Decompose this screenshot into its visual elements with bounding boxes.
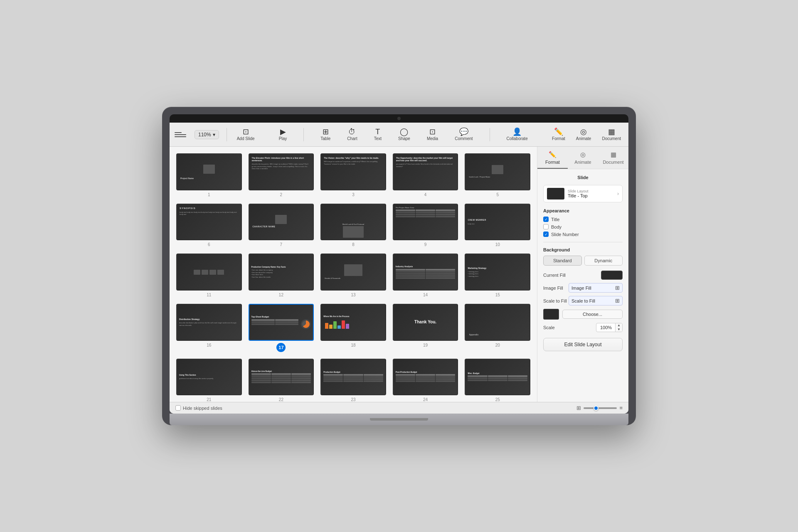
scale-to-fill-select-text: Scale to Fill	[571, 298, 613, 303]
slide-number-10: 10	[495, 242, 500, 247]
slide-thumb-7: CHARACTER NAME	[249, 204, 314, 241]
current-fill-color[interactable]	[601, 271, 623, 280]
slide-number-22: 22	[279, 397, 283, 402]
scale-stepper[interactable]: ▲ ▼	[615, 323, 622, 332]
scale-input[interactable]: 100% ▲ ▼	[596, 323, 623, 332]
slide-number-checkbox-row[interactable]: ✓ Slide Number	[543, 232, 623, 237]
tab-document[interactable]: ▦ Document	[598, 147, 628, 169]
slide-thumb-12: Production Company Name: Key Facts • fac…	[249, 254, 314, 291]
animate-tab-label: Animate	[574, 160, 591, 165]
slide-item-3[interactable]: The Vision: describe "why" your film nee…	[320, 153, 386, 197]
media-icon: ⊡	[429, 128, 436, 135]
slide-item-1[interactable]: Project Name 1	[176, 153, 242, 197]
slide-item-24[interactable]: Post-Production Budget 24	[393, 359, 458, 402]
slide-item-10[interactable]: CREW MEMBER body text 10	[465, 204, 530, 247]
play-button[interactable]: ▶ Play	[276, 126, 289, 143]
body-checkbox[interactable]	[543, 224, 549, 229]
table-button[interactable]: ⊞ Table	[318, 126, 333, 143]
chart-icon: ⏱	[348, 128, 356, 135]
media-button[interactable]: ⊡ Media	[424, 126, 441, 143]
slide-item-7[interactable]: CHARACTER NAME 7	[249, 204, 314, 247]
slide-layout-row[interactable]: Slide Layout Title - Top ›	[543, 185, 623, 202]
slide-item-17[interactable]: Top-Sheet Budget	[249, 304, 314, 352]
slide-item-22[interactable]: Above-the-Line Budget	[249, 359, 314, 402]
slide-item-4[interactable]: The Opportunity: describe the market you…	[393, 153, 458, 197]
toolbar-right: ✏️ Format ◎ Animate ▦ Document	[549, 126, 623, 143]
slide-number-2: 2	[280, 192, 283, 197]
slide-number-21: 21	[207, 397, 211, 402]
media-label: Media	[427, 136, 438, 141]
collaborate-button[interactable]: 👤 Collaborate	[504, 126, 530, 143]
scale-row: Scale 100% ▲ ▼	[543, 323, 623, 332]
tab-format[interactable]: ✏️ Format	[537, 147, 568, 169]
layout-label: Slide Layout	[568, 189, 617, 193]
slide-item-23[interactable]: Production Budget 23	[320, 359, 386, 402]
slide-thumb-4: The Opportunity: describe the market you…	[393, 153, 458, 190]
slide-number-4: 4	[424, 192, 427, 197]
standard-bg-button[interactable]: Standard	[543, 256, 582, 266]
slide-number-7: 7	[280, 242, 283, 247]
tab-animate[interactable]: ◎ Animate	[568, 147, 598, 169]
slide-item-21[interactable]: Using This Section guidance text about u…	[176, 359, 242, 402]
slide-thumb-15: Marketing Strategy • strategy item• stra…	[465, 254, 530, 291]
slide-item-6[interactable]: SYNOPSIS body text body text body text b…	[176, 204, 242, 247]
slide-item-8[interactable]: World Look & Feel Fictional 8	[320, 204, 386, 247]
animate-button[interactable]: ◎ Animate	[574, 126, 594, 143]
slide-item-13[interactable]: Details & Financials 13	[320, 254, 386, 297]
slide-item-9[interactable]: The Project Name Crew 9	[393, 204, 458, 247]
body-checkbox-row[interactable]: Body	[543, 224, 623, 229]
slide-item-14[interactable]: Industry Analysis	[393, 254, 458, 297]
hide-skipped-checkbox[interactable]	[175, 405, 181, 411]
choose-button[interactable]: Choose...	[562, 310, 623, 319]
grid-view-icon[interactable]: ⊞	[576, 405, 581, 411]
scale-up-button[interactable]: ▲	[616, 323, 622, 328]
document-button[interactable]: ▦ Document	[599, 126, 623, 143]
current-fill-label: Current Fill	[543, 273, 566, 278]
shape-button[interactable]: ◯ Shape	[396, 126, 413, 143]
document-tab-label: Document	[603, 160, 623, 165]
add-slide-button[interactable]: ⊡ Add Slide	[234, 126, 257, 143]
slide-number-20: 20	[495, 343, 500, 347]
title-checkbox-row[interactable]: ✓ Title	[543, 217, 623, 222]
slide-item-18[interactable]: Where We Are in the Process	[320, 304, 386, 352]
slide-item-2[interactable]: The Elevator Pitch: introduce your film …	[249, 153, 314, 197]
slide-panel[interactable]: Project Name 1 The Elevator Pitch: intro…	[170, 147, 537, 402]
slide-thumb-6: SYNOPSIS body text body text body text b…	[176, 204, 242, 241]
slide-item-11[interactable]: 11	[176, 254, 242, 297]
play-label: Play	[279, 136, 287, 141]
format-tab-label: Format	[545, 160, 560, 165]
slide-item-25[interactable]: Misc. Budget 25	[465, 359, 530, 402]
list-view-icon[interactable]: ≡	[619, 405, 623, 411]
dynamic-bg-button[interactable]: Dynamic	[584, 256, 623, 266]
format-button[interactable]: ✏️ Format	[549, 126, 568, 143]
slide-item-16[interactable]: Distribution Strategy describe distribut…	[176, 304, 242, 352]
slide-number-checkbox[interactable]: ✓	[543, 232, 549, 237]
scale-value: 100%	[596, 324, 615, 331]
layout-info: Slide Layout Title - Top	[568, 189, 617, 198]
screen-bezel: 110% ▾ ⊡ Add Slide ▶ Play	[170, 114, 628, 414]
text-button[interactable]: T Text	[372, 126, 384, 143]
slide-item-12[interactable]: Production Company Name: Key Facts • fac…	[249, 254, 314, 297]
image-fill-select[interactable]: Image Fill ⊞	[569, 283, 623, 293]
slide-item-19[interactable]: Thank You. 19	[393, 304, 458, 352]
slide-item-20[interactable]: Appendix 20	[465, 304, 530, 352]
appearance-label: Appearance	[543, 208, 623, 213]
slide-number-18: 18	[351, 343, 355, 347]
zoom-control[interactable]: 110% ▾	[195, 130, 219, 139]
scale-to-fill-select[interactable]: Scale to Fill ⊞	[569, 296, 623, 305]
view-zoom-slider[interactable]	[584, 407, 617, 409]
slide-item-5[interactable]: Inside Look · Project Name 5	[465, 153, 530, 197]
panel-section-title: Slide	[543, 175, 623, 185]
comment-button[interactable]: 💬 Comment	[452, 126, 475, 143]
slide-item-15[interactable]: Marketing Strategy • strategy item• stra…	[465, 254, 530, 297]
main-content: Project Name 1 The Elevator Pitch: intro…	[170, 147, 628, 402]
chart-button[interactable]: ⏱ Chart	[345, 126, 360, 143]
view-zoom-slider-thumb	[594, 406, 598, 411]
slide-number-24: 24	[423, 397, 428, 402]
scale-label: Scale	[543, 325, 555, 330]
title-checkbox[interactable]: ✓	[543, 217, 549, 222]
edit-slide-layout-button[interactable]: Edit Slide Layout	[543, 338, 623, 351]
image-fill-select-text: Image Fill	[571, 286, 613, 291]
sidebar-toggle-button[interactable]	[175, 131, 186, 139]
scale-down-button[interactable]: ▼	[616, 328, 622, 332]
